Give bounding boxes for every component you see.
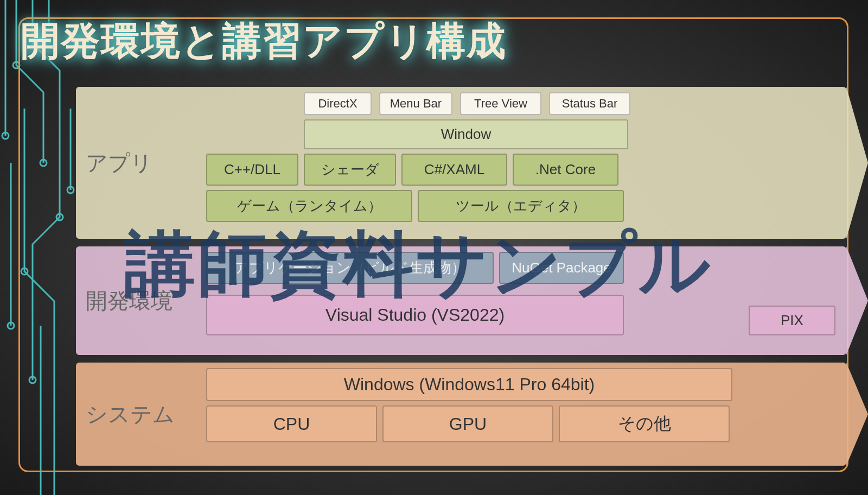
block-cpu: CPU [206, 405, 377, 442]
svg-point-5 [8, 322, 14, 329]
layer-dev: 開発環境 アプリケーション（ビルド生成物） NuGet Package Visu… [76, 246, 846, 355]
block-visual-studio: Visual Studio (VS2022) [206, 295, 624, 335]
layer-app: アプリ DirectX Menu Bar Tree View Status Ba… [76, 87, 846, 239]
layer-sys: システム Windows (Windows11 Pro 64bit) CPU G… [76, 363, 846, 466]
layer-label-sys: システム [86, 399, 183, 429]
block-gpu: GPU [382, 405, 553, 442]
block-tool-editor: ツール（エディタ） [418, 190, 624, 222]
arrow-icon [846, 87, 868, 239]
block-netcore: .Net Core [513, 154, 618, 186]
block-pix: PIX [749, 306, 835, 335]
block-statusbar: Status Bar [549, 92, 630, 115]
block-menubar: Menu Bar [379, 92, 452, 115]
block-shader: シェーダ [304, 154, 396, 186]
arrow-icon [846, 363, 868, 466]
block-app-build: アプリケーション（ビルド生成物） [206, 252, 494, 284]
block-directx: DirectX [304, 92, 372, 115]
block-nuget: NuGet Package [499, 252, 624, 284]
block-game-runtime: ゲーム（ランタイム） [206, 190, 412, 222]
slide-title: 開発環境と講習アプリ構成 [21, 15, 507, 67]
block-csharp-xaml: C#/XAML [401, 154, 507, 186]
arrow-icon [846, 246, 868, 355]
layer-label-dev: 開発環境 [86, 286, 183, 316]
block-treeview: Tree View [460, 92, 541, 115]
svg-point-1 [2, 132, 9, 139]
architecture-diagram: アプリ DirectX Menu Bar Tree View Status Ba… [76, 87, 846, 473]
block-cpp-dll: C++/DLL [206, 154, 298, 186]
layer-label-app: アプリ [86, 148, 183, 178]
block-window: Window [304, 119, 628, 149]
block-windows: Windows (Windows11 Pro 64bit) [206, 368, 732, 401]
block-other: その他 [559, 405, 730, 442]
